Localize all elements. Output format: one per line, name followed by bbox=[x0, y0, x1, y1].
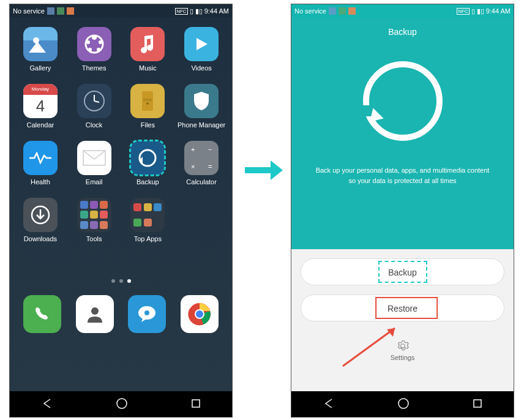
backup-button[interactable]: Backup bbox=[301, 258, 504, 285]
app-calendar[interactable]: Monday 4 Calendar bbox=[16, 84, 65, 129]
app-label: Gallery bbox=[29, 64, 51, 72]
app-label: Email bbox=[86, 178, 103, 186]
calendar-day: 4 bbox=[36, 95, 45, 118]
app-label: Backup bbox=[137, 178, 159, 186]
status-icon bbox=[67, 7, 74, 15]
svg-rect-13 bbox=[143, 99, 152, 101]
back-button[interactable] bbox=[323, 398, 334, 412]
service-label: No service bbox=[294, 7, 326, 15]
page-indicator bbox=[16, 279, 226, 283]
settings-label: Settings bbox=[301, 354, 504, 361]
dot bbox=[111, 279, 115, 283]
desc-line: Back up your personal data, apps, and mu… bbox=[307, 165, 498, 176]
app-label: Calendar bbox=[27, 121, 54, 129]
clock-label: 9:44 AM bbox=[486, 7, 511, 15]
svg-point-23 bbox=[144, 310, 149, 315]
app-calculator[interactable]: +−×= Calculator bbox=[177, 141, 226, 186]
app-label: Calculator bbox=[186, 178, 217, 186]
svg-point-27 bbox=[117, 399, 127, 408]
phone-home: No service NFC ▯ ▮▯ 9:44 AM Gallery bbox=[9, 4, 233, 418]
app-label: Files bbox=[141, 121, 155, 129]
app-files[interactable]: Files bbox=[124, 84, 173, 129]
chrome-icon[interactable] bbox=[181, 295, 219, 333]
folder-icon bbox=[130, 198, 165, 232]
recent-button[interactable] bbox=[191, 399, 201, 411]
status-icon bbox=[47, 7, 54, 15]
app-music[interactable]: Music bbox=[124, 27, 173, 72]
app-label: Tools bbox=[86, 235, 102, 242]
app-videos[interactable]: Videos bbox=[177, 27, 226, 72]
app-label: Downloads bbox=[24, 235, 57, 242]
svg-rect-28 bbox=[192, 400, 200, 407]
status-icon bbox=[329, 7, 336, 15]
app-backup[interactable]: Backup bbox=[124, 141, 173, 186]
svg-line-11 bbox=[94, 101, 99, 102]
settings-link[interactable]: Settings bbox=[301, 340, 504, 361]
themes-icon bbox=[77, 27, 111, 61]
app-gallery[interactable]: Gallery bbox=[16, 27, 65, 72]
clock-label: 9:44 AM bbox=[204, 7, 229, 15]
health-icon bbox=[23, 141, 58, 175]
home-button[interactable] bbox=[397, 397, 410, 413]
svg-point-3 bbox=[92, 35, 97, 40]
svg-marker-22 bbox=[141, 318, 146, 322]
app-label: Clock bbox=[86, 121, 103, 129]
nav-bar bbox=[10, 391, 232, 418]
recent-button[interactable] bbox=[473, 399, 482, 411]
gallery-icon bbox=[23, 27, 58, 61]
backup-header: Backup Back up your personal data, apps,… bbox=[291, 18, 514, 249]
calendar-icon: Monday 4 bbox=[23, 84, 58, 118]
app-top-apps-folder[interactable]: Top Apps bbox=[124, 198, 173, 242]
app-label: Health bbox=[31, 178, 50, 186]
status-bar: No service NFC ▯ ▮▯ 9:44 AM bbox=[10, 4, 232, 18]
app-clock[interactable]: Clock bbox=[70, 84, 119, 129]
app-downloads[interactable]: Downloads bbox=[16, 198, 65, 242]
folder-icon bbox=[77, 198, 111, 232]
app-themes[interactable]: Themes bbox=[70, 27, 119, 72]
svg-marker-1 bbox=[29, 42, 46, 53]
email-icon bbox=[77, 141, 111, 175]
svg-point-14 bbox=[146, 102, 149, 105]
status-bar: No service NFC ▯ ▮▯ 9:44 AM bbox=[291, 4, 514, 18]
svg-point-5 bbox=[97, 48, 100, 51]
app-grid: Gallery Themes Music Videos bbox=[16, 27, 226, 242]
downloads-icon bbox=[23, 198, 58, 232]
button-label: Backup bbox=[388, 268, 417, 277]
sim-icon: ▯ bbox=[471, 7, 475, 15]
svg-rect-32 bbox=[474, 400, 481, 407]
dot-active bbox=[127, 279, 131, 283]
svg-point-7 bbox=[86, 40, 90, 44]
app-phone-manager[interactable]: Phone Manager bbox=[177, 84, 226, 129]
backup-icon bbox=[130, 141, 165, 175]
status-icon bbox=[57, 7, 64, 15]
contacts-icon[interactable] bbox=[76, 295, 114, 333]
app-email[interactable]: Email bbox=[70, 141, 119, 186]
svg-point-4 bbox=[99, 40, 102, 44]
svg-marker-8 bbox=[196, 38, 208, 50]
flow-arrow-icon bbox=[244, 158, 284, 185]
phone-icon[interactable] bbox=[23, 295, 61, 333]
calendar-weekday: Monday bbox=[23, 84, 58, 95]
service-label: No service bbox=[13, 7, 45, 15]
battery-icon: ▮▯ bbox=[477, 7, 484, 15]
svg-marker-30 bbox=[271, 160, 283, 180]
svg-point-0 bbox=[33, 37, 39, 43]
dot bbox=[119, 279, 123, 283]
messages-icon[interactable] bbox=[128, 295, 166, 333]
svg-point-6 bbox=[88, 48, 92, 51]
home-button[interactable] bbox=[116, 397, 128, 413]
nav-bar bbox=[291, 391, 514, 418]
app-tools-folder[interactable]: Tools bbox=[70, 198, 119, 242]
app-health[interactable]: Health bbox=[16, 141, 65, 186]
backup-description: Back up your personal data, apps, and mu… bbox=[291, 165, 514, 186]
restore-button[interactable]: Restore bbox=[301, 294, 504, 321]
status-icon bbox=[339, 7, 346, 15]
app-label: Music bbox=[139, 64, 157, 72]
music-icon bbox=[130, 27, 165, 61]
backup-actions: Backup Restore Settings bbox=[291, 249, 514, 391]
gear-icon bbox=[397, 340, 409, 352]
back-button[interactable] bbox=[42, 398, 53, 412]
status-icon bbox=[348, 7, 356, 15]
app-label: Phone Manager bbox=[178, 121, 225, 129]
battery-icon: ▮▯ bbox=[195, 7, 203, 15]
